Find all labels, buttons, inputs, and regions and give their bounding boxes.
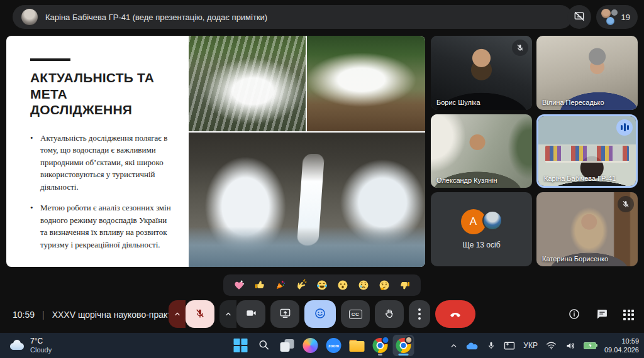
camera-icon <box>245 307 257 321</box>
participant-name: Вілина Пересадько <box>542 99 604 106</box>
weather-temp: 7°C <box>30 337 52 346</box>
participant-name: Каріна Бабічева ГР-41 <box>544 175 616 182</box>
participant-tile-borys[interactable]: Борис Шуліка <box>431 36 532 110</box>
slide-text-column: АКТУАЛЬНІСТЬ ТА МЕТА ДОСЛІДЖЕННЯ Актуаль… <box>6 36 189 267</box>
slide-bullet-list: Актуальність дослідження полягає в тому,… <box>30 132 181 251</box>
participant-tile-karina-speaking[interactable]: Каріна Бабічева ГР-41 <box>536 114 638 188</box>
cast-screen-icon[interactable] <box>504 341 515 350</box>
onedrive-icon[interactable] <box>466 341 479 350</box>
overflow-avatar-photo <box>482 210 502 231</box>
participant-name: Борис Шуліка <box>436 99 480 106</box>
mic-control-group <box>169 300 214 328</box>
reaction-thumbs-down-icon[interactable] <box>398 278 412 292</box>
mic-off-icon <box>194 308 206 321</box>
reaction-sparkling-heart-icon[interactable] <box>232 278 246 292</box>
battery-icon[interactable] <box>584 342 596 349</box>
wifi-icon[interactable] <box>546 341 557 350</box>
mic-off-button[interactable] <box>186 300 214 328</box>
slide-title-rule <box>30 58 70 61</box>
info-icon <box>568 308 580 322</box>
start-button[interactable] <box>230 335 252 356</box>
copilot-icon <box>303 338 318 353</box>
end-call-button[interactable] <box>435 300 475 328</box>
waterfall-photo-summer-right <box>307 36 425 131</box>
reaction-thinking-icon[interactable] <box>377 278 391 292</box>
slide-bullet: Метою роботи є аналіз сезонних змін водн… <box>30 202 175 251</box>
taskbar-search-button[interactable] <box>253 335 275 356</box>
volume-icon[interactable] <box>565 341 575 350</box>
activities-button[interactable] <box>623 310 634 320</box>
reaction-party-popper-icon[interactable] <box>274 278 287 292</box>
weather-condition: Cloudy <box>30 346 52 354</box>
mic-muted-badge <box>512 40 528 56</box>
raise-hand-icon <box>384 308 395 321</box>
chrome-icon <box>396 338 411 353</box>
running-app-indicator <box>378 354 382 355</box>
taskbar-time: 10:59 <box>621 337 639 345</box>
presenter-banner[interactable]: Каріна Бабічева ГР-41 (веде презентацію,… <box>13 5 572 29</box>
presentation-slide: АКТУАЛЬНІСТЬ ТА МЕТА ДОСЛІДЖЕННЯ Актуаль… <box>6 36 425 267</box>
participant-tile-kateryna[interactable]: Катерина Борисенко <box>536 192 638 266</box>
folder-icon <box>350 340 365 352</box>
board-disabled-button[interactable] <box>567 5 591 29</box>
mic-options-chevron[interactable] <box>169 300 186 328</box>
participant-avatars-cluster <box>601 9 618 25</box>
zoom-app-button[interactable]: zoom <box>323 335 345 356</box>
board-off-icon <box>573 10 586 24</box>
mini-avatar <box>606 17 614 25</box>
search-icon <box>258 339 270 353</box>
slide-title: АКТУАЛЬНІСТЬ ТА МЕТА ДОСЛІДЖЕННЯ <box>30 70 162 118</box>
waterfall-photo-winter <box>189 133 425 267</box>
weather-widget[interactable]: 7°C Cloudy <box>4 336 57 355</box>
present-screen-button[interactable] <box>270 300 299 328</box>
chrome-badge-icon <box>382 336 390 344</box>
reaction-clapping-hands-icon[interactable] <box>294 278 308 292</box>
more-options-icon <box>418 308 421 320</box>
end-call-icon <box>448 306 462 322</box>
reaction-open-mouth-icon[interactable] <box>336 278 350 292</box>
camera-on-button[interactable] <box>236 300 265 328</box>
chat-button[interactable] <box>596 308 608 322</box>
more-options-button[interactable] <box>409 300 430 328</box>
task-view-button[interactable] <box>277 335 298 356</box>
language-switcher[interactable]: УКР <box>523 341 538 350</box>
reaction-crying-icon[interactable] <box>357 278 370 292</box>
reaction-joy-icon[interactable] <box>315 278 329 292</box>
zoom-app-icon: zoom <box>326 338 341 353</box>
participant-tile-oleksandr[interactable]: Олександр Кузянін <box>431 114 532 188</box>
active-app-indicator <box>399 354 409 355</box>
captions-button[interactable]: CC <box>341 300 370 328</box>
chrome-icon <box>373 338 388 353</box>
slide-photo-collage <box>189 36 425 267</box>
overflow-avatars: A <box>461 209 502 234</box>
windows-taskbar: 7°C Cloudy zoom <box>0 333 644 358</box>
raise-hand-button[interactable] <box>375 300 404 328</box>
taskbar-date: 09.04.2026 <box>604 345 639 354</box>
presenter-banner-text: Каріна Бабічева ГР-41 (веде презентацію,… <box>45 13 267 22</box>
tray-show-hidden-icons[interactable] <box>450 342 458 350</box>
reactions-toggle-button-active[interactable] <box>304 300 336 328</box>
task-view-icon <box>280 339 294 352</box>
charging-bolt-icon <box>589 344 592 348</box>
participant-name: Олександр Кузянін <box>436 176 497 184</box>
chrome-window-1-button[interactable] <box>370 335 391 356</box>
call-info: 10:59 | XXXV щорічна науково-практ... <box>13 299 178 330</box>
bookshelf <box>545 146 629 163</box>
meeting-details-button[interactable] <box>568 308 580 322</box>
taskbar-clock[interactable]: 10:59 09.04.2026 <box>604 337 639 355</box>
copilot-button[interactable] <box>300 335 321 356</box>
participant-tile-vilina[interactable]: Вілина Пересадько <box>536 36 638 110</box>
camera-options-chevron[interactable] <box>219 300 236 328</box>
chrome-window-2-button-active[interactable] <box>393 335 414 356</box>
reaction-thumbs-up-icon[interactable] <box>253 278 267 292</box>
meet-window: Каріна Бабічева ГР-41 (веде презентацію,… <box>0 0 644 358</box>
call-control-bar: 10:59 | XXXV щорічна науково-практ... <box>0 299 644 330</box>
participants-count-pill[interactable]: 19 <box>596 5 638 29</box>
file-explorer-button[interactable] <box>347 335 368 356</box>
tray-mic-icon[interactable] <box>487 340 496 350</box>
divider: | <box>42 310 45 320</box>
participant-tile-overflow[interactable]: A Ще 13 осіб <box>431 192 532 266</box>
participants-grid: Борис Шуліка Вілина Пересадько Олександр… <box>431 36 638 266</box>
participant-name: Катерина Борисенко <box>542 255 608 263</box>
camera-control-group <box>219 300 265 328</box>
